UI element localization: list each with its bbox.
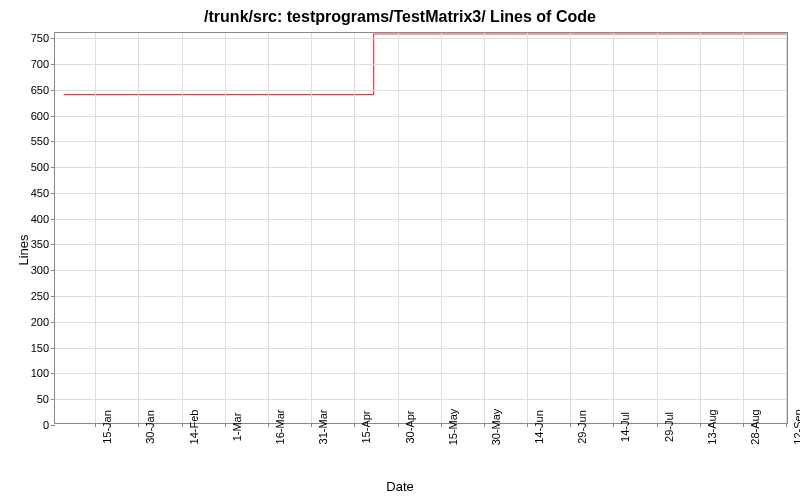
gridline-horizontal	[55, 90, 787, 91]
gridline-vertical	[138, 33, 139, 423]
chart-title: /trunk/src: testprograms/TestMatrix3/ Li…	[0, 8, 800, 26]
gridline-vertical	[354, 33, 355, 423]
gridline-horizontal	[55, 116, 787, 117]
gridline-horizontal	[55, 193, 787, 194]
gridline-horizontal	[55, 64, 787, 65]
x-tick-label: 30-May	[484, 409, 502, 446]
gridline-vertical	[182, 33, 183, 423]
gridline-horizontal	[55, 399, 787, 400]
y-tick-label: 100	[31, 367, 55, 379]
x-tick-label: 28-Aug	[743, 409, 761, 444]
x-tick-label: 30-Apr	[398, 410, 416, 443]
x-tick-label: 14-Feb	[182, 410, 200, 445]
x-axis-label: Date	[0, 479, 800, 494]
gridline-horizontal	[55, 270, 787, 271]
y-tick-label: 650	[31, 84, 55, 96]
gridline-vertical	[95, 33, 96, 423]
x-tick-label: 15-May	[441, 409, 459, 446]
gridline-vertical	[657, 33, 658, 423]
y-tick-label: 350	[31, 238, 55, 250]
y-tick-label: 550	[31, 135, 55, 147]
x-tick-label: 15-Apr	[354, 410, 372, 443]
x-tick-label: 15-Jan	[95, 410, 113, 444]
y-tick-label: 50	[37, 393, 55, 405]
y-tick-label: 400	[31, 213, 55, 225]
gridline-vertical	[743, 33, 744, 423]
y-tick-label: 600	[31, 110, 55, 122]
gridline-vertical	[268, 33, 269, 423]
y-tick-label: 250	[31, 290, 55, 302]
gridline-vertical	[613, 33, 614, 423]
gridline-vertical	[570, 33, 571, 423]
gridline-vertical	[225, 33, 226, 423]
gridline-vertical	[441, 33, 442, 423]
x-tick-label: 29-Jun	[570, 410, 588, 444]
gridline-vertical	[398, 33, 399, 423]
x-tick-label: 29-Jul	[657, 412, 675, 442]
y-tick-label: 750	[31, 32, 55, 44]
x-tick-label: 14-Jul	[613, 412, 631, 442]
y-tick-label: 300	[31, 264, 55, 276]
gridline-horizontal	[55, 244, 787, 245]
gridline-vertical	[311, 33, 312, 423]
gridline-horizontal	[55, 167, 787, 168]
gridline-horizontal	[55, 348, 787, 349]
gridline-vertical	[484, 33, 485, 423]
data-series-line	[55, 33, 787, 423]
x-tick-label: 16-Mar	[268, 410, 286, 445]
y-tick-label: 200	[31, 316, 55, 328]
y-tick-label: 0	[43, 419, 55, 431]
y-tick-label: 700	[31, 58, 55, 70]
gridline-vertical	[786, 33, 787, 423]
y-tick-label: 150	[31, 342, 55, 354]
gridline-vertical	[527, 33, 528, 423]
gridline-horizontal	[55, 141, 787, 142]
gridline-vertical	[700, 33, 701, 423]
gridline-horizontal	[55, 38, 787, 39]
chart-container: /trunk/src: testprograms/TestMatrix3/ Li…	[0, 0, 800, 500]
x-tick-label: 30-Jan	[138, 410, 156, 444]
gridline-horizontal	[55, 296, 787, 297]
gridline-horizontal	[55, 373, 787, 374]
x-tick-label: 12-Sep	[786, 409, 800, 444]
x-tick-label: 1-Mar	[225, 413, 243, 442]
y-tick-label: 450	[31, 187, 55, 199]
x-tick-label: 31-Mar	[311, 410, 329, 445]
gridline-horizontal	[55, 219, 787, 220]
x-tick-label: 14-Jun	[527, 410, 545, 444]
plot-area: 0501001502002503003504004505005506006507…	[54, 32, 788, 424]
x-tick-label: 13-Aug	[700, 409, 718, 444]
y-axis-label: Lines	[16, 234, 31, 265]
y-tick-label: 500	[31, 161, 55, 173]
gridline-horizontal	[55, 322, 787, 323]
